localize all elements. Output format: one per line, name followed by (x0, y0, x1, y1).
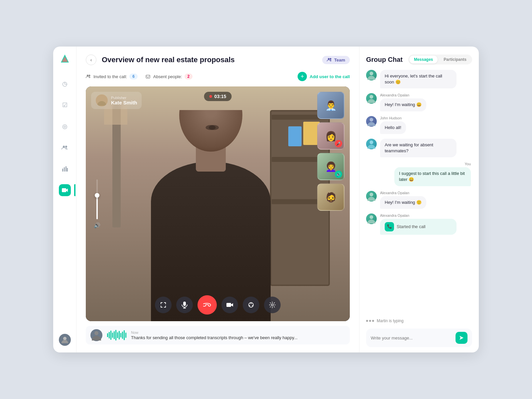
typing-indicator: Martin is typing (366, 316, 472, 326)
msg-avatar-4 (366, 139, 377, 149)
msg-content-6: Alexandra Opalan Hey! I'm waiting 🙂 (380, 191, 471, 209)
svg-point-10 (328, 58, 330, 60)
svg-point-24 (271, 304, 273, 306)
svg-point-30 (370, 193, 373, 196)
sound-badge-3: 🔊 (335, 171, 342, 178)
typing-dots (366, 320, 374, 322)
invited-stat: Invited to the call: 6 (86, 73, 138, 79)
slider-track (96, 180, 98, 219)
mic-off-badge-2: 🎤 (335, 140, 342, 147)
settings-button[interactable] (264, 297, 281, 313)
end-call-button[interactable] (198, 295, 217, 315)
message-3: John Hudson Hello all! (366, 116, 471, 134)
publisher-overlay: Publisher Kate Smith (91, 92, 142, 109)
message-5: You I suggest to start this call a littl… (366, 162, 471, 186)
message-input[interactable] (371, 335, 452, 340)
svg-point-26 (370, 72, 373, 75)
user-avatar[interactable] (59, 334, 71, 346)
publisher-role: Publisher (111, 96, 137, 100)
svg-point-27 (370, 95, 373, 99)
logo (59, 53, 71, 65)
sidebar: ◷ ☑ ◎ (53, 47, 76, 352)
msg-sender-7: Alexandra Opalan (380, 213, 471, 217)
msg-bubble-5: I suggest to start this call a little bi… (394, 167, 471, 186)
clock-icon[interactable]: ◷ (59, 78, 71, 90)
transcript-text: Thanks for sending all those completed t… (131, 335, 345, 340)
thumbnail-2[interactable]: 👩 🎤 (317, 122, 344, 150)
svg-rect-5 (64, 167, 65, 172)
send-button[interactable] (456, 332, 467, 344)
msg-content-3: John Hudson Hello all! (380, 116, 471, 134)
message-4: Are we waiting for absent teammates? (366, 139, 471, 157)
effects-button[interactable] (243, 297, 259, 313)
svg-rect-16 (183, 302, 186, 306)
svg-point-28 (370, 118, 373, 121)
chat-tabs: Messages Participants (408, 55, 472, 65)
message-6: Alexandra Opalan Hey! I'm waiting 🙂 (366, 191, 471, 209)
eye-icon[interactable]: ◎ (59, 120, 71, 132)
svg-point-22 (252, 305, 253, 306)
transcript-time: Now (131, 331, 345, 334)
msg-bubble-2: Hey! I'm waiting 😀 (380, 98, 426, 111)
messages-list: Hi everyone, let's start the call soon 😊… (366, 70, 472, 316)
chat-panel: Group Chat Messages Participants Hi ever… (359, 47, 479, 352)
svg-rect-7 (67, 168, 68, 172)
dot-1 (366, 320, 368, 322)
msg-bubble-1: Hi everyone, let's start the call soon 😊 (380, 70, 457, 88)
absent-label: Absent people: (153, 74, 182, 79)
tasks-icon[interactable]: ☑ (59, 99, 71, 111)
timer-display: 03:15 (214, 94, 226, 99)
dot-3 (372, 320, 374, 322)
svg-point-21 (251, 303, 252, 304)
team-badge[interactable]: Team (322, 56, 350, 64)
thumbnail-3[interactable]: 👩‍🦱 🔊 (317, 153, 344, 180)
thumbnail-1[interactable]: 👨‍💼 (317, 92, 344, 119)
publisher-avatar (96, 94, 108, 106)
msg-avatar-6 (366, 191, 377, 201)
msg-content-2: Alexandra Opalan Hey! I'm waiting 😀 (380, 93, 471, 111)
dot-2 (369, 320, 371, 322)
action-icon: 📞 (385, 222, 394, 231)
svg-rect-8 (62, 188, 66, 192)
svg-point-11 (330, 58, 332, 60)
chart-icon[interactable] (59, 163, 71, 175)
tab-messages[interactable]: Messages (409, 56, 438, 64)
msg-sender-6: Alexandra Opalan (380, 191, 471, 195)
camera-button[interactable] (221, 297, 238, 313)
svg-rect-6 (66, 166, 66, 172)
svg-point-2 (63, 146, 65, 148)
publisher-name: Kate Smith (111, 100, 137, 105)
transcript-text-area: Now Thanks for sending all those complet… (131, 331, 345, 340)
video-icon[interactable] (59, 184, 71, 196)
msg-sender-5: You (465, 162, 471, 166)
video-feed (86, 86, 350, 321)
publisher-info: Publisher Kate Smith (111, 96, 137, 105)
typing-text: Martin is typing (377, 319, 404, 323)
msg-content-4: Are we waiting for absent teammates? (380, 139, 471, 157)
msg-avatar-7 (366, 213, 377, 224)
mute-button[interactable] (176, 297, 193, 313)
stats-bar: Invited to the call: 6 Absent people: 2 … (86, 72, 350, 81)
back-button[interactable]: ‹ (86, 55, 96, 65)
tab-participants[interactable]: Participants (439, 56, 471, 64)
msg-avatar-3 (366, 116, 377, 127)
add-user-button[interactable]: + Add user to the call (298, 72, 350, 81)
slider-thumb (95, 193, 99, 198)
msg-bubble-4: Are we waiting for absent teammates? (380, 139, 457, 157)
main-content: ‹ Overview of new real estate proposals … (76, 47, 359, 352)
expand-button[interactable] (155, 297, 172, 313)
chat-header: Group Chat Messages Participants (366, 55, 472, 65)
thumbnail-4[interactable]: 🧔 (317, 184, 344, 211)
timer-badge: 03:15 (204, 92, 232, 101)
message-7: Alexandra Opalan 📞 Started the call (366, 213, 471, 235)
svg-point-15 (99, 97, 104, 101)
team-icon[interactable] (59, 142, 71, 154)
msg-bubble-6: Hey! I'm waiting 🙂 (380, 196, 426, 209)
absent-stat: Absent people: 2 (146, 73, 193, 79)
msg-bubble-7: 📞 Started the call (380, 219, 457, 235)
svg-point-29 (370, 140, 373, 144)
volume-icon: 🔊 (94, 222, 100, 228)
page-title: Overview of new real estate proposals (102, 56, 317, 64)
svg-point-23 (249, 305, 250, 306)
volume-slider[interactable]: 🔊 (94, 180, 100, 228)
